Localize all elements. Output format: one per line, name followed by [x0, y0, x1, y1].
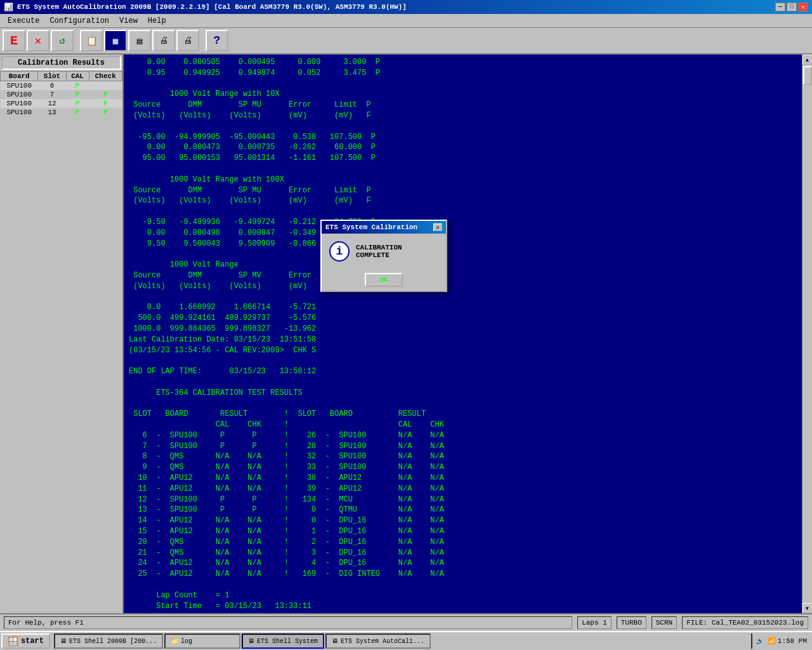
cell-check: P [89, 99, 122, 108]
table-row: SPU100 6 P [1, 81, 122, 91]
dialog-body: i CALIBRATION COMPLETE [322, 234, 446, 269]
cell-board: SPU100 [1, 81, 38, 91]
terminal-scrollbar[interactable]: ▲ ▼ [802, 55, 812, 613]
dialog-info-icon: i [329, 241, 350, 262]
scroll-down[interactable]: ▼ [802, 603, 813, 613]
cell-slot: 13 [38, 108, 66, 117]
titlebar-title: ETS System AutoCalibration 2009B [2009.2… [17, 3, 407, 11]
menubar: Execute Configuration View Help [0, 14, 812, 28]
laps-status: Laps 1 [577, 616, 612, 629]
calibration-results-body: SPU100 6 P SPU100 7 P P SPU100 12 P P SP… [1, 81, 122, 117]
dialog-ok-button[interactable]: OK [365, 273, 403, 287]
app-icon: 📊 [4, 3, 13, 12]
toolbar: E ✕ ↺ 📋 ▦ ▤ 🖨 🖨 ? [0, 28, 812, 55]
col-check: Check [89, 72, 122, 81]
cell-check: P [89, 90, 122, 99]
start-button[interactable]: 🪟 start [1, 633, 50, 649]
cell-cal: P [66, 99, 89, 108]
dialog-close-button[interactable]: ✕ [433, 223, 442, 231]
taskbar-time: 1:58 PM [778, 637, 807, 645]
main-area: Calibration Results Board Slot CAL Check… [0, 55, 812, 613]
toolbar-print-preview[interactable]: 🖨 [152, 30, 175, 51]
taskbar-icon-log: 📁 [171, 637, 178, 645]
taskbar-items: 🖥 ETS Shell 2009B [200... 📁 log 🖥 ETS Sh… [54, 633, 431, 649]
help-text: For Help, press F1 [4, 616, 572, 629]
taskbar-icon-ets-shell: 🖥 [248, 637, 254, 645]
table-row: SPU100 7 P P [1, 90, 122, 99]
taskbar-sys-icons: 🔊 📶 [756, 637, 775, 645]
taskbar-label-log: log [181, 638, 192, 645]
toolbar-view2[interactable]: ▤ [128, 30, 151, 51]
taskbar-item-shell[interactable]: 🖥 ETS Shell 2009B [200... [54, 633, 163, 649]
dialog-title: ETS System Calibration [325, 223, 417, 231]
titlebar-controls: — □ ✕ [775, 3, 808, 11]
taskbar-item-autocal[interactable]: 🖥 ETS System AutoCali... [325, 633, 431, 649]
col-board: Board [1, 72, 38, 81]
terminal-content: 0.00 0.000505 0.000495 0.009 3.000 P 0.9… [129, 57, 797, 611]
cell-check [89, 81, 122, 91]
taskbar-icon-autocal: 🖥 [332, 637, 338, 645]
terminal-scroll[interactable]: 0.00 0.000505 0.000495 0.009 3.000 P 0.9… [129, 57, 797, 611]
close-button[interactable]: ✕ [798, 3, 808, 11]
col-slot: Slot [38, 72, 66, 81]
taskbar-right: 🔊 📶 1:58 PM [751, 633, 811, 649]
start-label: start [21, 637, 44, 646]
left-panel: Calibration Results Board Slot CAL Check… [0, 55, 124, 613]
cell-board: SPU100 [1, 90, 38, 99]
terminal-area: 0.00 0.000505 0.000495 0.009 3.000 P 0.9… [124, 55, 802, 613]
menu-configuration[interactable]: Configuration [44, 15, 114, 27]
statusbar: For Help, press F1 Laps 1 TURBO SCRN FIL… [0, 613, 812, 631]
dialog-message: CALIBRATION COMPLETE [356, 244, 438, 259]
turbo-status: TURBO [617, 616, 646, 629]
scroll-up[interactable]: ▲ [802, 55, 813, 65]
titlebar: 📊 ETS System AutoCalibration 2009B [2009… [0, 0, 812, 14]
taskbar-label-autocal: ETS System AutoCali... [341, 638, 424, 645]
windows-icon: 🪟 [8, 636, 18, 647]
table-row: SPU100 13 P P [1, 108, 122, 117]
menu-execute[interactable]: Execute [3, 15, 44, 27]
toolbar-print[interactable]: 🖨 [176, 30, 199, 51]
cell-slot: 7 [38, 90, 66, 99]
file-status: FILE: Cal_TEA02_03152023.log [682, 616, 808, 629]
taskbar-item-ets-shell[interactable]: 🖥 ETS Shell System [242, 633, 324, 649]
cell-board: SPU100 [1, 99, 38, 108]
cell-cal: P [66, 81, 89, 91]
taskbar-item-log[interactable]: 📁 log [164, 633, 240, 649]
maximize-button[interactable]: □ [787, 3, 797, 11]
menu-help[interactable]: Help [143, 15, 171, 27]
dialog-footer: OK [322, 269, 446, 291]
toolbar-view1[interactable]: ▦ [104, 30, 127, 51]
toolbar-logo: E [3, 30, 25, 51]
toolbar-help[interactable]: ? [206, 30, 228, 51]
taskbar-label-ets-shell: ETS Shell System [257, 638, 318, 645]
calibration-results-header: Calibration Results [1, 56, 121, 70]
scrn-status: SCRN [652, 616, 677, 629]
toolbar-refresh[interactable]: ↺ [51, 30, 74, 51]
taskbar-label-shell: ETS Shell 2009B [200... [69, 638, 157, 645]
taskbar-icon-shell: 🖥 [60, 637, 67, 645]
toolbar-stop[interactable]: ✕ [27, 30, 49, 51]
taskbar: 🪟 start 🖥 ETS Shell 2009B [200... 📁 log … [0, 631, 812, 650]
cell-cal: P [66, 90, 89, 99]
toolbar-copy[interactable]: 📋 [80, 30, 103, 51]
dialog-titlebar: ETS System Calibration ✕ [322, 221, 446, 234]
cell-cal: P [66, 108, 89, 117]
cell-check: P [89, 108, 122, 117]
titlebar-left: 📊 ETS System AutoCalibration 2009B [2009… [4, 3, 407, 12]
cell-board: SPU100 [1, 108, 38, 117]
menu-view[interactable]: View [114, 15, 143, 27]
minimize-button[interactable]: — [775, 3, 785, 11]
cell-slot: 12 [38, 99, 66, 108]
scroll-thumb[interactable] [803, 66, 812, 85]
calibration-results-table: Board Slot CAL Check SPU100 6 P SPU100 7… [0, 71, 122, 117]
cell-slot: 6 [38, 81, 66, 91]
table-row: SPU100 12 P P [1, 99, 122, 108]
calibration-dialog: ETS System Calibration ✕ i CALIBRATION C… [320, 220, 447, 292]
col-cal: CAL [66, 72, 89, 81]
